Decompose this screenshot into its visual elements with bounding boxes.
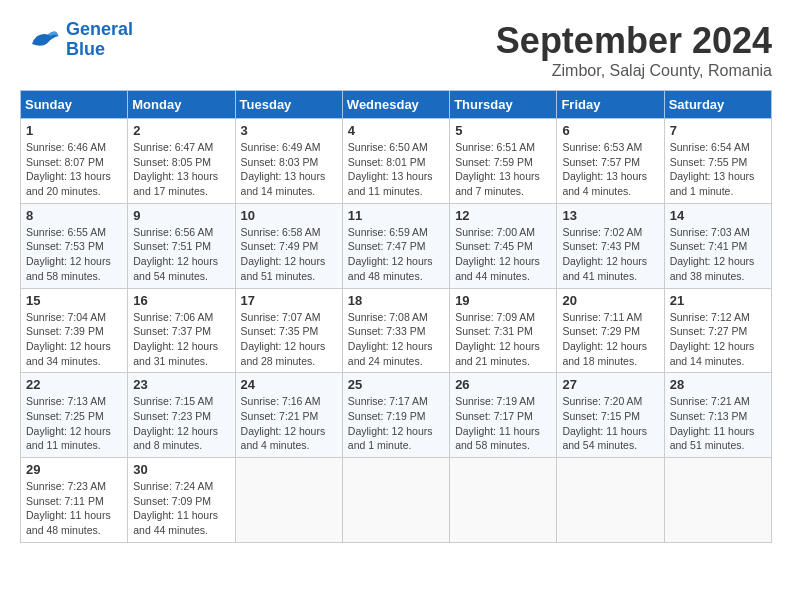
- day-info: Sunrise: 7:02 AMSunset: 7:43 PMDaylight:…: [562, 226, 647, 282]
- calendar-row-5: 29 Sunrise: 7:23 AMSunset: 7:11 PMDaylig…: [21, 458, 772, 543]
- day-info: Sunrise: 6:49 AMSunset: 8:03 PMDaylight:…: [241, 141, 326, 197]
- calendar-cell: 18 Sunrise: 7:08 AMSunset: 7:33 PMDaylig…: [342, 288, 449, 373]
- day-number: 4: [348, 123, 444, 138]
- calendar-cell: 11 Sunrise: 6:59 AMSunset: 7:47 PMDaylig…: [342, 203, 449, 288]
- day-number: 3: [241, 123, 337, 138]
- day-number: 24: [241, 377, 337, 392]
- calendar-cell: 7 Sunrise: 6:54 AMSunset: 7:55 PMDayligh…: [664, 119, 771, 204]
- day-number: 25: [348, 377, 444, 392]
- calendar-table: Sunday Monday Tuesday Wednesday Thursday…: [20, 90, 772, 543]
- calendar-cell: 6 Sunrise: 6:53 AMSunset: 7:57 PMDayligh…: [557, 119, 664, 204]
- day-info: Sunrise: 6:47 AMSunset: 8:05 PMDaylight:…: [133, 141, 218, 197]
- col-tuesday: Tuesday: [235, 91, 342, 119]
- day-info: Sunrise: 7:08 AMSunset: 7:33 PMDaylight:…: [348, 311, 433, 367]
- calendar-cell: 26 Sunrise: 7:19 AMSunset: 7:17 PMDaylig…: [450, 373, 557, 458]
- day-info: Sunrise: 7:09 AMSunset: 7:31 PMDaylight:…: [455, 311, 540, 367]
- day-number: 13: [562, 208, 658, 223]
- day-info: Sunrise: 7:11 AMSunset: 7:29 PMDaylight:…: [562, 311, 647, 367]
- day-number: 30: [133, 462, 229, 477]
- calendar-cell: 25 Sunrise: 7:17 AMSunset: 7:19 PMDaylig…: [342, 373, 449, 458]
- col-wednesday: Wednesday: [342, 91, 449, 119]
- logo-icon: [20, 20, 60, 60]
- day-info: Sunrise: 7:15 AMSunset: 7:23 PMDaylight:…: [133, 395, 218, 451]
- day-info: Sunrise: 6:59 AMSunset: 7:47 PMDaylight:…: [348, 226, 433, 282]
- day-number: 5: [455, 123, 551, 138]
- page-title: September 2024: [496, 20, 772, 62]
- day-number: 23: [133, 377, 229, 392]
- calendar-cell: 30 Sunrise: 7:24 AMSunset: 7:09 PMDaylig…: [128, 458, 235, 543]
- day-number: 2: [133, 123, 229, 138]
- calendar-row-2: 8 Sunrise: 6:55 AMSunset: 7:53 PMDayligh…: [21, 203, 772, 288]
- calendar-cell: 19 Sunrise: 7:09 AMSunset: 7:31 PMDaylig…: [450, 288, 557, 373]
- col-thursday: Thursday: [450, 91, 557, 119]
- day-info: Sunrise: 7:16 AMSunset: 7:21 PMDaylight:…: [241, 395, 326, 451]
- day-info: Sunrise: 7:12 AMSunset: 7:27 PMDaylight:…: [670, 311, 755, 367]
- day-number: 7: [670, 123, 766, 138]
- day-number: 20: [562, 293, 658, 308]
- day-number: 18: [348, 293, 444, 308]
- day-number: 26: [455, 377, 551, 392]
- day-info: Sunrise: 7:17 AMSunset: 7:19 PMDaylight:…: [348, 395, 433, 451]
- day-info: Sunrise: 6:53 AMSunset: 7:57 PMDaylight:…: [562, 141, 647, 197]
- calendar-cell: 28 Sunrise: 7:21 AMSunset: 7:13 PMDaylig…: [664, 373, 771, 458]
- calendar-cell: 24 Sunrise: 7:16 AMSunset: 7:21 PMDaylig…: [235, 373, 342, 458]
- day-info: Sunrise: 7:00 AMSunset: 7:45 PMDaylight:…: [455, 226, 540, 282]
- calendar-cell: 16 Sunrise: 7:06 AMSunset: 7:37 PMDaylig…: [128, 288, 235, 373]
- day-number: 9: [133, 208, 229, 223]
- calendar-row-3: 15 Sunrise: 7:04 AMSunset: 7:39 PMDaylig…: [21, 288, 772, 373]
- calendar-cell: 27 Sunrise: 7:20 AMSunset: 7:15 PMDaylig…: [557, 373, 664, 458]
- day-info: Sunrise: 7:19 AMSunset: 7:17 PMDaylight:…: [455, 395, 540, 451]
- calendar-cell: 9 Sunrise: 6:56 AMSunset: 7:51 PMDayligh…: [128, 203, 235, 288]
- page-subtitle: Zimbor, Salaj County, Romania: [496, 62, 772, 80]
- calendar-cell: 23 Sunrise: 7:15 AMSunset: 7:23 PMDaylig…: [128, 373, 235, 458]
- calendar-cell: 1 Sunrise: 6:46 AMSunset: 8:07 PMDayligh…: [21, 119, 128, 204]
- day-number: 6: [562, 123, 658, 138]
- calendar-cell: 14 Sunrise: 7:03 AMSunset: 7:41 PMDaylig…: [664, 203, 771, 288]
- day-info: Sunrise: 7:21 AMSunset: 7:13 PMDaylight:…: [670, 395, 755, 451]
- day-info: Sunrise: 7:06 AMSunset: 7:37 PMDaylight:…: [133, 311, 218, 367]
- calendar-cell: [235, 458, 342, 543]
- day-number: 1: [26, 123, 122, 138]
- calendar-cell: 8 Sunrise: 6:55 AMSunset: 7:53 PMDayligh…: [21, 203, 128, 288]
- calendar-cell: 3 Sunrise: 6:49 AMSunset: 8:03 PMDayligh…: [235, 119, 342, 204]
- day-info: Sunrise: 7:03 AMSunset: 7:41 PMDaylight:…: [670, 226, 755, 282]
- header: General Blue September 2024 Zimbor, Sala…: [20, 20, 772, 80]
- day-number: 29: [26, 462, 122, 477]
- day-info: Sunrise: 7:24 AMSunset: 7:09 PMDaylight:…: [133, 480, 218, 536]
- day-info: Sunrise: 6:58 AMSunset: 7:49 PMDaylight:…: [241, 226, 326, 282]
- day-number: 16: [133, 293, 229, 308]
- day-number: 17: [241, 293, 337, 308]
- calendar-cell: 15 Sunrise: 7:04 AMSunset: 7:39 PMDaylig…: [21, 288, 128, 373]
- calendar-cell: 12 Sunrise: 7:00 AMSunset: 7:45 PMDaylig…: [450, 203, 557, 288]
- day-number: 15: [26, 293, 122, 308]
- day-info: Sunrise: 6:46 AMSunset: 8:07 PMDaylight:…: [26, 141, 111, 197]
- day-number: 12: [455, 208, 551, 223]
- logo-line1: General: [66, 19, 133, 39]
- calendar-cell: 17 Sunrise: 7:07 AMSunset: 7:35 PMDaylig…: [235, 288, 342, 373]
- day-info: Sunrise: 6:51 AMSunset: 7:59 PMDaylight:…: [455, 141, 540, 197]
- calendar-cell: 10 Sunrise: 6:58 AMSunset: 7:49 PMDaylig…: [235, 203, 342, 288]
- calendar-cell: [342, 458, 449, 543]
- calendar-row-1: 1 Sunrise: 6:46 AMSunset: 8:07 PMDayligh…: [21, 119, 772, 204]
- calendar-cell: 2 Sunrise: 6:47 AMSunset: 8:05 PMDayligh…: [128, 119, 235, 204]
- calendar-cell: 5 Sunrise: 6:51 AMSunset: 7:59 PMDayligh…: [450, 119, 557, 204]
- day-number: 14: [670, 208, 766, 223]
- day-info: Sunrise: 6:54 AMSunset: 7:55 PMDaylight:…: [670, 141, 755, 197]
- calendar-cell: 20 Sunrise: 7:11 AMSunset: 7:29 PMDaylig…: [557, 288, 664, 373]
- day-number: 11: [348, 208, 444, 223]
- day-info: Sunrise: 7:13 AMSunset: 7:25 PMDaylight:…: [26, 395, 111, 451]
- calendar-cell: 22 Sunrise: 7:13 AMSunset: 7:25 PMDaylig…: [21, 373, 128, 458]
- logo: General Blue: [20, 20, 133, 60]
- title-block: September 2024 Zimbor, Salaj County, Rom…: [496, 20, 772, 80]
- day-info: Sunrise: 7:04 AMSunset: 7:39 PMDaylight:…: [26, 311, 111, 367]
- calendar-cell: [664, 458, 771, 543]
- calendar-cell: [557, 458, 664, 543]
- day-info: Sunrise: 6:50 AMSunset: 8:01 PMDaylight:…: [348, 141, 433, 197]
- calendar-cell: 29 Sunrise: 7:23 AMSunset: 7:11 PMDaylig…: [21, 458, 128, 543]
- day-number: 10: [241, 208, 337, 223]
- calendar-cell: 21 Sunrise: 7:12 AMSunset: 7:27 PMDaylig…: [664, 288, 771, 373]
- day-info: Sunrise: 6:55 AMSunset: 7:53 PMDaylight:…: [26, 226, 111, 282]
- calendar-row-4: 22 Sunrise: 7:13 AMSunset: 7:25 PMDaylig…: [21, 373, 772, 458]
- logo-line2: Blue: [66, 39, 105, 59]
- day-info: Sunrise: 6:56 AMSunset: 7:51 PMDaylight:…: [133, 226, 218, 282]
